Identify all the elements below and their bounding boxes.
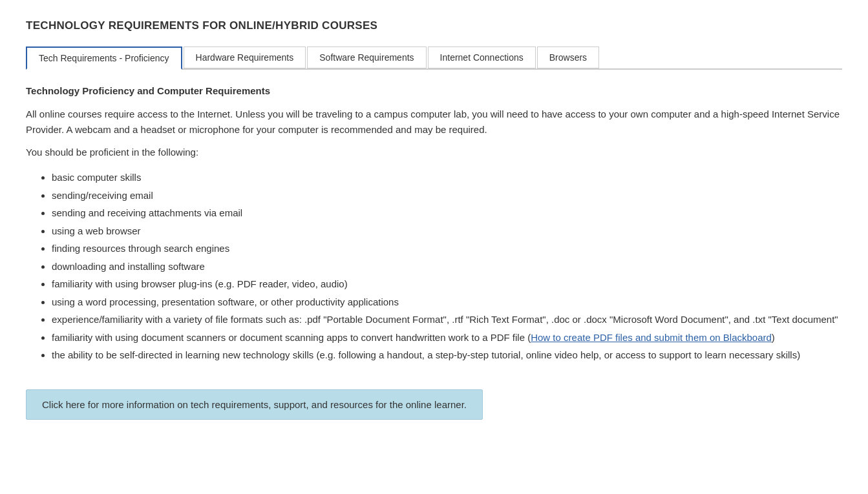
list-item-pdf: familiarity with using document scanners… <box>52 329 842 346</box>
tab-internet[interactable]: Internet Connections <box>428 46 536 68</box>
tab-hardware[interactable]: Hardware Requirements <box>184 46 306 68</box>
proficiency-intro: You should be proficient in the followin… <box>26 147 842 158</box>
cta-button[interactable]: Click here for more information on tech … <box>26 389 483 420</box>
list-item: finding resources through search engines <box>52 240 842 257</box>
list-item: basic computer skills <box>52 169 842 186</box>
list-item: familiarity with using browser plug-ins … <box>52 276 842 293</box>
tab-content: Technology Proficiency and Computer Requ… <box>26 85 842 420</box>
tab-browsers[interactable]: Browsers <box>537 46 599 68</box>
list-item: using a web browser <box>52 223 842 240</box>
list-item: sending/receiving email <box>52 187 842 204</box>
pdf-post-text: ) <box>772 332 775 343</box>
tab-tech-proficiency[interactable]: Tech Requirements - Proficiency <box>26 46 182 70</box>
pdf-pre-text: familiarity with using document scanners… <box>52 332 531 343</box>
list-item: the ability to be self-directed in learn… <box>52 347 842 364</box>
list-item: sending and receiving attachments via em… <box>52 205 842 221</box>
section-title: Technology Proficiency and Computer Requ… <box>26 85 842 96</box>
list-item: downloading and installing software <box>52 258 842 275</box>
tab-software[interactable]: Software Requirements <box>307 46 426 68</box>
description-internet: All online courses require access to the… <box>26 107 842 138</box>
tab-bar: Tech Requirements - Proficiency Hardware… <box>26 46 842 70</box>
proficiency-list: basic computer skills sending/receiving … <box>52 169 842 364</box>
page-title: TECHNOLOGY REQUIREMENTS FOR ONLINE/HYBRI… <box>26 19 842 32</box>
list-item: experience/familiarity with a variety of… <box>52 311 842 328</box>
pdf-link[interactable]: How to create PDF files and submit them … <box>531 332 772 343</box>
list-item: using a word processing, presentation so… <box>52 294 842 311</box>
